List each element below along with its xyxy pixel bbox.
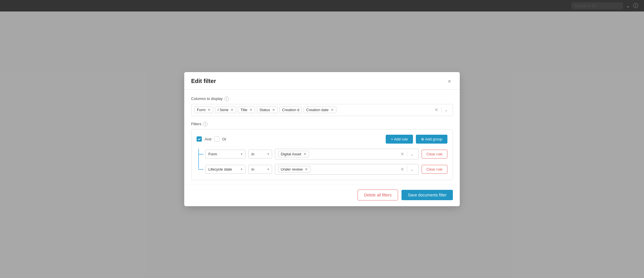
columns-label: Columns to display i <box>191 96 453 101</box>
rule-value-bar-2: Under review ✕ ✕ ⌄ <box>275 164 419 175</box>
filter-rules: Form Lifecycle state Status Title in not… <box>197 149 447 175</box>
or-checkbox[interactable] <box>214 136 219 142</box>
rule-value-dropdown-1[interactable]: ⌄ <box>408 151 416 157</box>
filter-logic-row: And Or <box>197 136 226 142</box>
columns-dropdown-button[interactable]: ⌄ <box>443 107 450 113</box>
tag-status-close[interactable]: ✕ <box>271 108 275 112</box>
columns-divider <box>441 107 441 113</box>
filters-info-icon: i <box>203 122 207 126</box>
and-checkbox[interactable] <box>197 136 202 142</box>
rule-value-tag-2: Under review ✕ <box>278 166 311 173</box>
field-select-1[interactable]: Form Lifecycle state Status Title <box>205 150 245 159</box>
field-select-wrapper-1: Form Lifecycle state Status Title <box>205 150 245 159</box>
columns-bar-actions: ✕ ⌄ <box>433 107 450 113</box>
filter-group-actions: + Add rule ⊕ Add group <box>386 135 447 144</box>
columns-clear-button[interactable]: ✕ <box>433 107 440 113</box>
modal-footer: Delete all filters Save documents filter <box>184 185 460 206</box>
modal-header: Edit filter × <box>184 72 460 90</box>
field-select-wrapper-2: Lifecycle state Form Status Title <box>205 165 245 174</box>
filters-label: Filters i <box>191 122 453 126</box>
rule-divider-1 <box>407 151 407 157</box>
columns-bar: Form ✕ / Serie ✕ Title ✕ Status ✕ Creati… <box>191 104 453 116</box>
rule-value-actions-1: ✕ ⌄ <box>399 151 416 157</box>
tag-form-close[interactable]: ✕ <box>207 108 211 112</box>
tag-serie-close[interactable]: ✕ <box>230 108 234 112</box>
tag-form: Form ✕ <box>194 107 213 113</box>
tag-title-close[interactable]: ✕ <box>249 108 253 112</box>
tag-title: Title ✕ <box>238 107 255 113</box>
tag-status: Status ✕ <box>257 107 278 113</box>
tag-creation-date: Creation date ✕ <box>304 107 336 113</box>
add-rule-button[interactable]: + Add rule <box>386 135 413 144</box>
filter-group-header: And Or + Add rule ⊕ Add group <box>197 135 447 144</box>
filter-rule-2: Lifecycle state Form Status Title in not… <box>205 164 447 175</box>
operator-select-wrapper-1: in not in equals <box>248 150 272 159</box>
rule-divider-2 <box>407 166 407 172</box>
close-button[interactable]: × <box>446 78 453 85</box>
clear-rule-button-2[interactable]: Clear rule <box>422 165 447 174</box>
operator-select-1[interactable]: in not in equals <box>248 150 272 159</box>
field-select-2[interactable]: Lifecycle state Form Status Title <box>205 165 245 174</box>
rule-value-bar-1: Digital Asset ✕ ✕ ⌄ <box>275 149 419 159</box>
tag-creation-date-close[interactable]: ✕ <box>330 108 334 112</box>
clear-rule-button-1[interactable]: Clear rule <box>422 150 447 159</box>
edit-filter-modal: Edit filter × Columns to display i Form … <box>184 72 460 206</box>
modal-body: Columns to display i Form ✕ / Serie ✕ Ti… <box>184 90 460 185</box>
add-group-button[interactable]: ⊕ Add group <box>416 135 447 144</box>
filter-rule-1: Form Lifecycle state Status Title in not… <box>205 149 447 159</box>
rule-value-actions-2: ✕ ⌄ <box>399 166 416 173</box>
delete-all-filters-button[interactable]: Delete all filters <box>358 190 398 200</box>
rule-value-dropdown-2[interactable]: ⌄ <box>408 166 416 173</box>
rule-value-tag-2-close[interactable]: ✕ <box>304 167 308 171</box>
operator-select-wrapper-2: in not in equals <box>248 165 272 174</box>
or-label: Or <box>222 137 226 141</box>
rule-value-clear-1[interactable]: ✕ <box>399 151 406 157</box>
modal-overlay: Edit filter × Columns to display i Form … <box>0 0 644 278</box>
rule-value-tag-1: Digital Asset ✕ <box>278 151 309 157</box>
rule-value-clear-2[interactable]: ✕ <box>399 166 406 173</box>
columns-info-icon: i <box>224 96 229 101</box>
rule-value-tag-1-close[interactable]: ✕ <box>303 152 307 156</box>
save-filter-button[interactable]: Save documents filter <box>401 190 453 200</box>
filter-group-box: And Or + Add rule ⊕ Add group <box>191 129 453 180</box>
filters-section: Filters i And <box>191 122 453 180</box>
modal-title: Edit filter <box>191 78 216 84</box>
operator-select-2[interactable]: in not in equals <box>248 165 272 174</box>
tag-creation-d: Creation d <box>280 107 302 113</box>
tag-serie: / Serie ✕ <box>215 107 236 113</box>
and-label: And <box>205 137 211 141</box>
